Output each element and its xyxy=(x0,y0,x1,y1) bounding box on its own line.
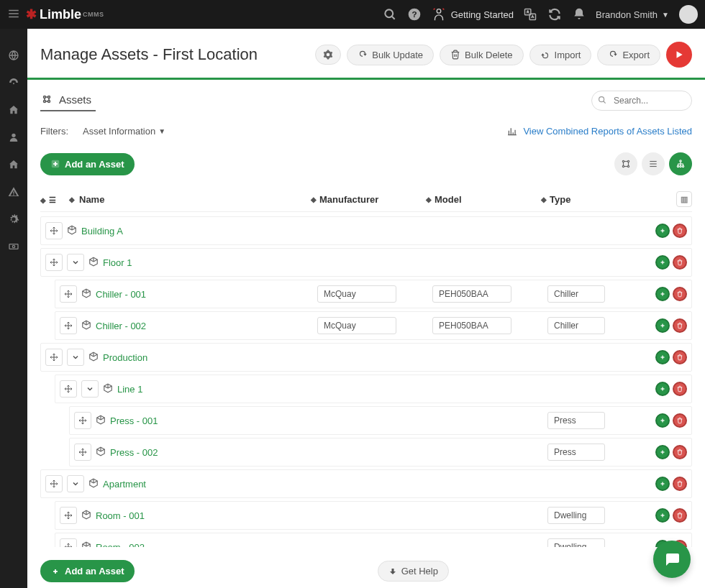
getting-started-link[interactable]: Getting Started xyxy=(431,6,514,22)
asset-name-link[interactable]: Room - 002 xyxy=(96,542,145,548)
row-delete-button[interactable] xyxy=(673,445,687,459)
bulk-update-button[interactable]: Bulk Update xyxy=(347,45,434,65)
row-add-button[interactable] xyxy=(655,382,670,396)
col-manufacturer[interactable]: Manufacturer xyxy=(319,194,378,205)
translate-icon[interactable] xyxy=(518,2,542,27)
sidebar-gear-icon[interactable] xyxy=(0,206,27,233)
bulk-delete-button[interactable]: Bulk Delete xyxy=(440,45,523,65)
row-add-button[interactable] xyxy=(655,318,670,333)
view-tree-button[interactable] xyxy=(669,152,692,175)
get-help-button[interactable]: Get Help xyxy=(378,561,449,582)
avatar[interactable] xyxy=(679,5,698,24)
type-input[interactable] xyxy=(547,285,605,303)
row-add-button[interactable] xyxy=(655,287,670,301)
manufacturer-input[interactable] xyxy=(317,285,396,303)
row-delete-button[interactable] xyxy=(673,382,687,396)
drag-handle[interactable] xyxy=(60,538,77,547)
row-delete-button[interactable] xyxy=(673,508,687,523)
row-delete-button[interactable] xyxy=(673,413,687,428)
expand-toggle[interactable] xyxy=(67,254,84,271)
asset-name-link[interactable]: Floor 1 xyxy=(103,257,132,268)
export-button[interactable]: Export xyxy=(597,45,660,65)
expand-toggle[interactable] xyxy=(67,475,84,492)
sort-icon[interactable]: ◆ xyxy=(426,196,432,203)
add-asset-button-footer[interactable]: Add an Asset xyxy=(40,560,135,582)
sort-icon[interactable]: ◆ xyxy=(311,196,317,203)
sidebar-home-icon[interactable] xyxy=(0,96,27,124)
type-input[interactable] xyxy=(547,317,605,334)
sort-icon[interactable]: ◆ xyxy=(541,196,547,203)
drag-handle[interactable] xyxy=(74,444,91,461)
view-list-button[interactable] xyxy=(642,152,665,175)
manufacturer-input[interactable] xyxy=(317,317,396,334)
import-button[interactable]: Import xyxy=(529,45,592,65)
row-add-button[interactable] xyxy=(655,413,670,428)
view-graph-button[interactable] xyxy=(614,152,637,175)
model-input[interactable] xyxy=(432,317,511,334)
model-input[interactable] xyxy=(432,285,511,303)
asset-name-link[interactable]: Line 1 xyxy=(117,384,142,395)
drag-handle[interactable] xyxy=(45,222,63,239)
row-delete-button[interactable] xyxy=(673,318,687,333)
type-input[interactable] xyxy=(547,538,605,547)
row-delete-button[interactable] xyxy=(673,477,687,491)
sort-icon[interactable]: ◆ xyxy=(40,196,46,204)
columns-toggle-button[interactable]: ▥ xyxy=(676,191,692,207)
sidebar-dashboard-icon[interactable] xyxy=(0,69,27,96)
list-icon[interactable]: ☰ xyxy=(49,196,56,204)
drag-handle[interactable] xyxy=(45,349,63,366)
drag-handle[interactable] xyxy=(74,412,91,429)
col-type[interactable]: Type xyxy=(550,194,570,205)
drag-handle[interactable] xyxy=(60,380,77,398)
filter-asset-info[interactable]: Asset Information ▼ xyxy=(83,126,165,137)
menu-icon[interactable] xyxy=(7,7,20,22)
row-delete-button[interactable] xyxy=(673,255,687,270)
sidebar-warning-icon[interactable] xyxy=(0,178,27,206)
expand-toggle[interactable] xyxy=(67,349,84,366)
reports-link[interactable]: View Combined Reports of Assets Listed xyxy=(507,126,692,137)
refresh-icon[interactable] xyxy=(542,2,567,27)
chat-fab[interactable] xyxy=(653,541,691,578)
drag-handle[interactable] xyxy=(60,317,77,334)
sidebar-money-icon[interactable] xyxy=(0,233,27,260)
asset-name-link[interactable]: Chiller - 001 xyxy=(96,289,146,300)
user-menu[interactable]: Brandon Smith ▼ xyxy=(596,9,669,20)
drag-handle[interactable] xyxy=(45,254,63,271)
asset-name-link[interactable]: Press - 002 xyxy=(110,447,158,458)
asset-name-link[interactable]: Production xyxy=(103,352,147,363)
row-delete-button[interactable] xyxy=(673,350,687,364)
asset-name-link[interactable]: Apartment xyxy=(103,479,146,490)
col-model[interactable]: Model xyxy=(435,194,462,205)
sidebar-building-icon[interactable] xyxy=(0,151,27,178)
type-input[interactable] xyxy=(547,444,605,461)
add-asset-button[interactable]: Add an Asset xyxy=(40,153,135,175)
row-delete-button[interactable] xyxy=(673,287,687,301)
asset-name-link[interactable]: Chiller - 002 xyxy=(96,321,146,331)
drag-handle[interactable] xyxy=(45,475,63,492)
brand-logo[interactable]: ✱ Limble CMMS xyxy=(26,6,104,22)
type-input[interactable] xyxy=(547,412,605,429)
expand-toggle[interactable] xyxy=(81,380,99,398)
row-add-button[interactable] xyxy=(655,350,670,364)
sort-icon[interactable]: ◆ xyxy=(69,196,75,203)
help-icon[interactable]: ? xyxy=(402,2,427,27)
row-add-button[interactable] xyxy=(655,255,670,270)
drag-handle[interactable] xyxy=(60,507,77,524)
asset-name-link[interactable]: Building A xyxy=(81,226,123,236)
tab-assets[interactable]: Assets xyxy=(40,90,96,111)
bell-icon[interactable] xyxy=(567,2,591,27)
asset-name-link[interactable]: Room - 001 xyxy=(96,510,145,521)
type-input[interactable] xyxy=(547,507,605,524)
row-add-button[interactable] xyxy=(655,445,670,459)
row-delete-button[interactable] xyxy=(673,224,687,238)
row-add-button[interactable] xyxy=(655,224,670,238)
sidebar-globe-icon[interactable] xyxy=(0,42,27,69)
asset-name-link[interactable]: Press - 001 xyxy=(110,415,158,426)
col-name[interactable]: Name xyxy=(79,194,104,205)
play-button[interactable] xyxy=(666,42,692,68)
search-icon[interactable] xyxy=(378,2,402,27)
settings-button[interactable] xyxy=(315,45,341,65)
sidebar-user-icon[interactable] xyxy=(0,124,27,151)
row-add-button[interactable] xyxy=(655,508,670,523)
drag-handle[interactable] xyxy=(60,285,77,303)
